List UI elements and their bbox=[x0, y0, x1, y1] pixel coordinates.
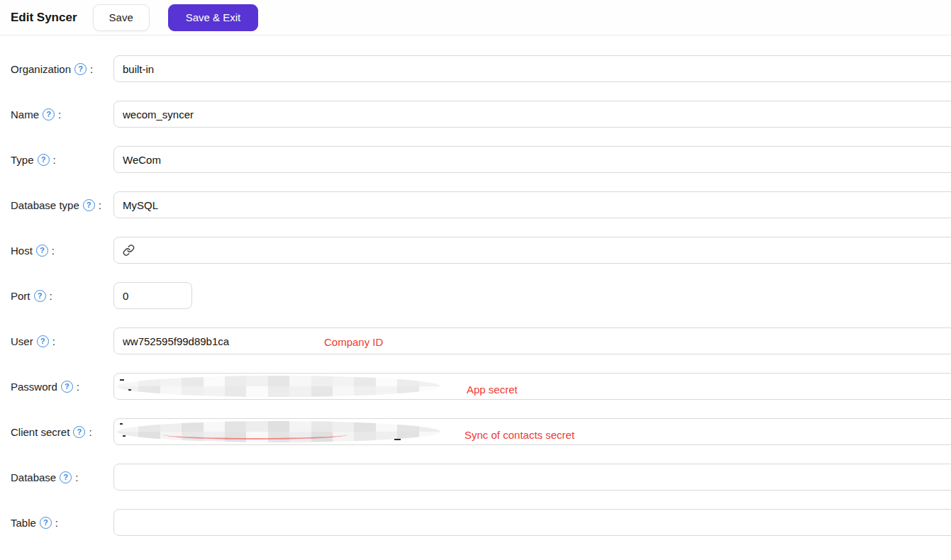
field-label-organization: Organization bbox=[11, 63, 71, 75]
help-icon-port[interactable]: ? bbox=[34, 290, 46, 302]
field-label-cell: Password ? : bbox=[11, 381, 113, 393]
label-colon: : bbox=[55, 517, 58, 529]
field-label-cell: Organization ? : bbox=[11, 63, 113, 75]
form-row-host: Host ? : bbox=[0, 237, 951, 264]
label-colon: : bbox=[99, 199, 101, 211]
field-input-wrap bbox=[113, 282, 192, 309]
field-input-wrap: Company ID bbox=[113, 327, 951, 354]
help-icon-client-secret[interactable]: ? bbox=[73, 426, 85, 438]
field-label-port: Port bbox=[11, 290, 30, 302]
field-input-name[interactable] bbox=[113, 101, 951, 128]
label-colon: : bbox=[53, 154, 56, 166]
form-row-database: Database ? : bbox=[0, 464, 951, 491]
field-input-client-secret[interactable] bbox=[113, 418, 951, 445]
edit-syncer-form: Organization ? : Name ? : Type ? : bbox=[0, 35, 951, 536]
field-input-user[interactable] bbox=[113, 327, 951, 354]
field-label-cell: Database type ? : bbox=[11, 199, 113, 211]
field-label-cell: Type ? : bbox=[11, 154, 113, 166]
field-label-cell: Table ? : bbox=[11, 517, 113, 529]
help-icon-password[interactable]: ? bbox=[61, 381, 73, 393]
form-row-user: User ? : Company ID bbox=[0, 327, 951, 354]
field-input-wrap bbox=[113, 464, 951, 491]
help-icon-type[interactable]: ? bbox=[38, 154, 50, 166]
help-icon-user[interactable]: ? bbox=[37, 335, 49, 347]
field-label-cell: User ? : bbox=[11, 335, 113, 347]
field-input-wrap: Sync of contacts secret bbox=[113, 418, 951, 445]
form-row-client-secret: Client secret ? : Sync of contacts secre… bbox=[0, 418, 951, 445]
field-label-cell: Name ? : bbox=[11, 108, 113, 121]
label-colon: : bbox=[77, 381, 79, 393]
label-colon: : bbox=[89, 426, 91, 438]
label-colon: : bbox=[58, 108, 61, 121]
field-input-wrap bbox=[113, 146, 951, 173]
page-title: Edit Syncer bbox=[11, 11, 77, 25]
field-input-wrap bbox=[113, 237, 951, 264]
field-label-host: Host bbox=[11, 245, 33, 257]
field-label-name: Name bbox=[11, 108, 39, 121]
field-input-port[interactable] bbox=[113, 282, 192, 309]
field-label-table: Table bbox=[11, 517, 36, 529]
field-input-wrap bbox=[113, 55, 951, 82]
field-select-organization[interactable] bbox=[113, 55, 951, 82]
field-input-password[interactable] bbox=[113, 373, 951, 400]
field-label-cell: Host ? : bbox=[11, 245, 113, 257]
field-select-database-type[interactable] bbox=[113, 191, 951, 218]
form-row-database-type: Database type ? : bbox=[0, 191, 951, 218]
field-input-wrap bbox=[113, 191, 951, 218]
label-colon: : bbox=[75, 471, 78, 483]
field-label-cell: Database ? : bbox=[11, 471, 113, 483]
form-row-name: Name ? : bbox=[0, 101, 951, 128]
field-input-wrap bbox=[113, 509, 951, 536]
save-and-exit-button[interactable]: Save & Exit bbox=[168, 4, 259, 31]
help-icon-host[interactable]: ? bbox=[36, 245, 48, 257]
label-colon: : bbox=[50, 290, 52, 302]
label-colon: : bbox=[52, 335, 55, 347]
field-label-password: Password bbox=[11, 381, 57, 393]
field-label-user: User bbox=[11, 335, 33, 347]
form-row-type: Type ? : bbox=[0, 146, 951, 173]
field-input-wrap bbox=[113, 101, 951, 128]
form-rows: Organization ? : Name ? : Type ? : bbox=[0, 55, 951, 536]
field-select-type[interactable] bbox=[113, 146, 951, 173]
page-header: Edit Syncer Save Save & Exit bbox=[0, 0, 951, 35]
link-icon bbox=[123, 245, 135, 257]
help-icon-table[interactable]: ? bbox=[40, 517, 52, 529]
field-input-table[interactable] bbox=[113, 509, 951, 536]
field-label-type: Type bbox=[11, 154, 34, 166]
help-icon-database-type[interactable]: ? bbox=[83, 199, 95, 211]
label-colon: : bbox=[90, 63, 93, 75]
field-label-cell: Port ? : bbox=[11, 290, 113, 302]
form-row-organization: Organization ? : bbox=[0, 55, 951, 82]
help-icon-database[interactable]: ? bbox=[60, 471, 72, 483]
form-row-password: Password ? : App secret bbox=[0, 373, 951, 400]
field-input-wrap: App secret bbox=[113, 373, 951, 400]
field-input-host[interactable] bbox=[113, 237, 951, 264]
field-label-database: Database bbox=[11, 471, 56, 483]
label-colon: : bbox=[52, 245, 55, 257]
save-button[interactable]: Save bbox=[93, 4, 150, 31]
field-input-database[interactable] bbox=[113, 464, 951, 491]
field-label-client-secret: Client secret bbox=[11, 426, 69, 438]
field-label-cell: Client secret ? : bbox=[11, 426, 113, 438]
field-label-database-type: Database type bbox=[11, 199, 79, 211]
help-icon-name[interactable]: ? bbox=[43, 108, 55, 121]
form-row-port: Port ? : bbox=[0, 282, 951, 309]
form-row-table: Table ? : bbox=[0, 509, 951, 536]
help-icon-organization[interactable]: ? bbox=[74, 63, 87, 75]
